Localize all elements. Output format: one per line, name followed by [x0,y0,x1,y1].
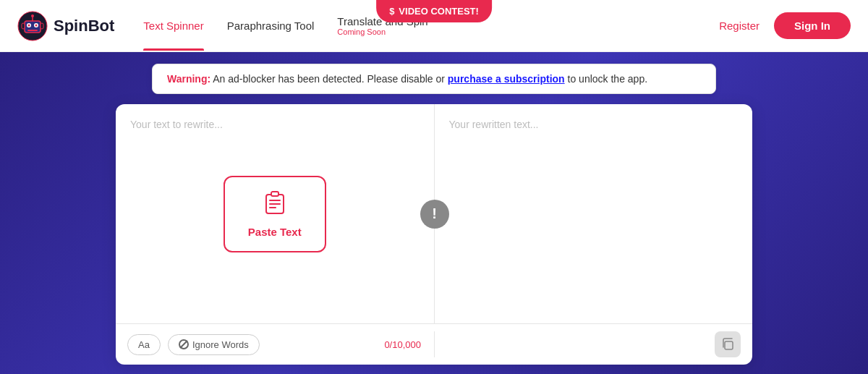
warning-message: An ad-blocker has been detected. Please … [213,73,448,85]
no-sign-icon [179,339,189,349]
svg-point-4 [28,24,30,26]
ignore-words-button[interactable]: Ignore Words [168,334,260,355]
svg-rect-12 [271,192,278,196]
footer-right [434,331,741,357]
video-contest-button[interactable]: $ VIDEO CONTEST! [376,0,492,22]
warning-suffix: to unlock the app. [568,73,648,85]
video-contest-label: VIDEO CONTEST! [399,6,479,17]
nav-translate-spin-sublabel: Coming Soon [337,27,386,36]
copy-button[interactable] [715,331,741,357]
word-count: 0/10,000 [384,339,427,350]
main-area: Warning: An ad-blocker has been detected… [0,52,868,374]
signin-button[interactable]: Sign In [774,12,851,39]
warning-label: Warning: [167,73,210,85]
svg-point-8 [31,14,34,17]
logo-text: SpinBot [54,17,114,35]
warning-banner: Warning: An ad-blocker has been detected… [152,64,716,94]
paste-text-button[interactable]: Paste Text [224,176,326,252]
clipboard-icon [264,190,286,220]
footer-left: Aa Ignore Words 0/10,000 [127,334,427,355]
nav-paraphrasing-tool[interactable]: Paraphrasing Tool [227,20,315,32]
aa-button[interactable]: Aa [127,334,161,355]
nav-text-spinner[interactable]: Text Spinner [143,20,203,32]
svg-rect-6 [27,30,38,31]
svg-rect-9 [22,23,25,29]
header-right: Register Sign In [719,12,851,39]
header: SpinBot Text Spinner Paraphrasing Tool T… [0,0,868,52]
copy-icon [721,338,734,351]
right-placeholder: Your rewritten text... [449,119,539,130]
exclamation-button[interactable]: ! [420,200,449,229]
svg-point-5 [35,24,38,26]
editor-left-panel[interactable]: Your text to rewrite... Paste Text [116,104,435,323]
logo: SpinBot [17,11,114,41]
svg-rect-16 [725,341,733,349]
spinbot-logo-icon [17,11,48,41]
left-placeholder: Your text to rewrite... [130,119,223,130]
ignore-words-label: Ignore Words [192,339,249,350]
purchase-link[interactable]: purchase a subscription [448,73,565,85]
paste-label: Paste Text [248,226,302,238]
editor-footer: Aa Ignore Words 0/10,000 [116,323,752,365]
register-link[interactable]: Register [719,20,760,32]
editor-card: Your text to rewrite... Paste Text [116,104,752,365]
dollar-icon: $ [389,6,394,17]
svg-rect-10 [41,23,43,29]
editor-right-panel: Your rewritten text... ! [435,104,753,323]
editor-panels: Your text to rewrite... Paste Text [116,104,752,323]
